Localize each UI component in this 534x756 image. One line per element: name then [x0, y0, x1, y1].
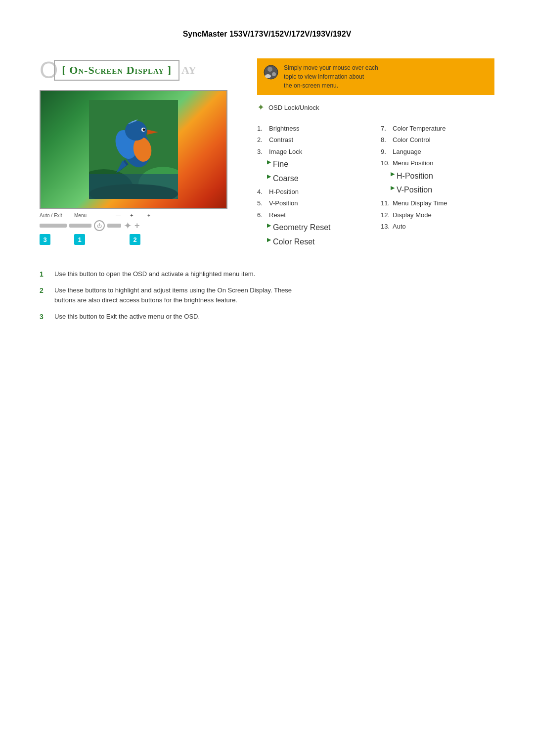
btn-menu[interactable]	[69, 224, 91, 228]
label-menu: Menu	[74, 213, 100, 218]
menu-item-contrast: 2. Contrast	[257, 134, 371, 145]
menu-item-brightness: 1. Brightness	[257, 123, 371, 134]
osd-title-box: [ On-Screen Display ]	[54, 60, 179, 81]
monitor-image	[41, 91, 226, 208]
btn-plus-icon[interactable]: +	[134, 221, 140, 230]
menu-item-image-lock: 3. Image Lock	[257, 146, 371, 157]
osd-ay-text: AY	[181, 64, 196, 77]
btn-brightness-icon[interactable]: ✦	[124, 221, 132, 231]
instruction-1: 1 Use this button to open the OSD and ac…	[40, 269, 494, 279]
osd-header: O [ On-Screen Display ] AY	[40, 58, 237, 82]
info-icon	[263, 64, 279, 84]
btn-power[interactable]: ⏻	[94, 220, 105, 231]
menu-right-col: 7. Color Temperature 8. Color Control 9.…	[381, 123, 494, 249]
label-plus: +	[147, 213, 159, 218]
instr-text-3: Use this button to Exit the active menu …	[54, 312, 200, 322]
menu-sub-v-position: ▶ V-Position	[391, 183, 494, 197]
menu-sub-h-position: ▶ H-Position	[391, 169, 494, 184]
menu-sub-color-reset: ▶ Color Reset	[267, 235, 371, 249]
page-title: SyncMaster 153V/173V/152V/172V/193V/192V	[40, 30, 494, 39]
instr-num-2: 2	[40, 286, 47, 294]
instruction-2: 2 Use these buttons to highlight and adj…	[40, 285, 494, 305]
badge-3: 3	[40, 234, 50, 245]
osd-title-text: [ On-Screen Display ]	[62, 64, 172, 77]
menu-item-menu-position: 10. Menu Position	[381, 157, 494, 169]
arrow-coarse: ▶	[267, 172, 271, 186]
btn-minus[interactable]	[107, 224, 121, 228]
menu-sub-fine: ▶ Fine	[267, 157, 371, 172]
menu-item-v-position: 5. V-Position	[257, 197, 371, 209]
svg-point-18	[265, 74, 271, 78]
instr-text-1: Use this button to open the OSD and acti…	[54, 269, 255, 279]
instr-text-2: Use these buttons to highlight and adjus…	[54, 285, 312, 305]
menu-sub-coarse: ▶ Coarse	[267, 172, 371, 186]
right-panel: Simply move your mouse over each topic t…	[252, 58, 494, 249]
label-auto-exit: Auto / Exit	[40, 213, 74, 218]
main-content: O [ On-Screen Display ] AY	[40, 58, 494, 249]
kingfisher-image	[89, 100, 178, 199]
menu-item-reset: 6. Reset	[257, 209, 371, 221]
svg-point-19	[272, 72, 276, 76]
osd-lock-text: OSD Lock/Unlock	[268, 104, 319, 111]
arrow-fine: ▶	[267, 157, 271, 172]
badge-1: 1	[74, 234, 85, 245]
page-container: SyncMaster 153V/173V/152V/172V/193V/192V…	[0, 0, 534, 756]
badge-2: 2	[130, 234, 140, 245]
svg-point-11	[143, 129, 145, 131]
menu-item-display-time: 11. Menu Display Time	[381, 197, 494, 209]
menu-item-color-temp: 7. Color Temperature	[381, 123, 494, 134]
instr-num-1: 1	[40, 270, 47, 278]
menu-item-auto: 13. Auto	[381, 221, 494, 232]
power-icon: ⏻	[97, 223, 102, 229]
left-panel: O [ On-Screen Display ] AY	[40, 58, 237, 245]
menu-item-color-control: 8. Color Control	[381, 134, 494, 145]
arrow-h-position: ▶	[391, 169, 395, 184]
arrow-v-position: ▶	[391, 183, 395, 197]
menu-left-col: 1. Brightness 2. Contrast 3. Image Lock …	[257, 123, 371, 249]
gear-icon: ✦	[257, 102, 265, 113]
monitor-controls: Auto / Exit Menu — ✦ + ⏻ ✦ +	[40, 213, 237, 245]
label-brightness: ✦	[130, 213, 147, 218]
svg-rect-4	[89, 174, 178, 199]
instructions-section: 1 Use this button to open the OSD and ac…	[40, 269, 494, 322]
osd-lock-row: ✦ OSD Lock/Unlock	[257, 102, 494, 113]
instruction-3: 3 Use this button to Exit the active men…	[40, 312, 494, 322]
svg-point-17	[267, 67, 272, 72]
menu-item-language: 9. Language	[381, 146, 494, 157]
menu-sub-geometry-reset: ▶ Geometry Reset	[267, 221, 371, 235]
arrow-geometry-reset: ▶	[267, 221, 271, 235]
menu-item-h-position: 4. H-Position	[257, 186, 371, 197]
label-minus: —	[116, 213, 130, 218]
menu-columns: 1. Brightness 2. Contrast 3. Image Lock …	[257, 123, 494, 249]
arrow-color-reset: ▶	[267, 235, 271, 249]
monitor-frame	[40, 90, 227, 209]
btn-auto-exit[interactable]	[40, 224, 67, 228]
menu-item-display-mode: 12. Display Mode	[381, 209, 494, 221]
info-box-text: Simply move your mouse over each topic t…	[284, 63, 378, 90]
instr-num-3: 3	[40, 313, 47, 321]
info-box: Simply move your mouse over each topic t…	[257, 58, 494, 95]
